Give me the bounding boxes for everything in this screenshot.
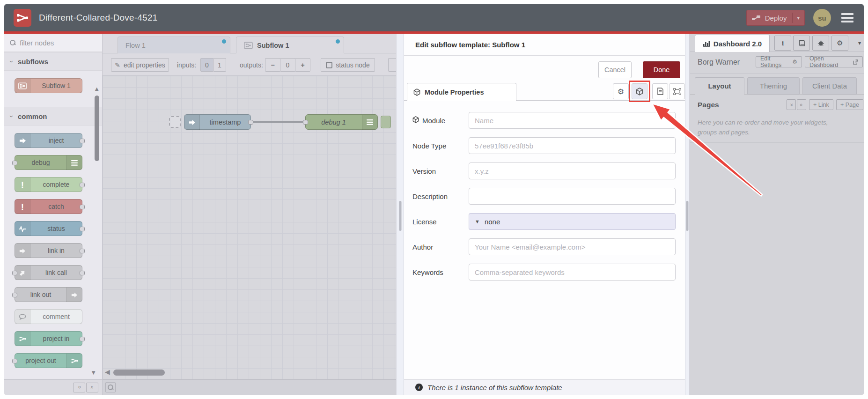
palette-node-debug[interactable]: debug [15,155,82,170]
palette-search[interactable]: filter nodes [4,34,102,52]
excl-icon: ! [15,200,30,214]
dashboard-header-row: Borg Warner Edit Settings ⚙ Open Dashboa… [690,52,864,74]
dialog-right-resize-handle[interactable] [685,34,690,395]
deploy-caret-icon[interactable]: ▾ [797,15,800,21]
palette-search-placeholder: filter nodes [20,39,54,47]
module-properties-form: ModuleNode TypeVersionDescriptionLicense… [404,101,685,281]
move-down-button[interactable]: « [797,99,806,110]
tab-theming[interactable]: Theming [747,77,800,95]
subflow-input-stub[interactable] [169,116,181,128]
form-row-module: Module [412,112,676,129]
palette-expand-all-button[interactable]: « [86,383,98,392]
palette-node-catch[interactable]: !catch [15,199,82,214]
dialog-left-resize-handle[interactable] [396,34,404,395]
checkbox-icon [326,62,332,68]
palette-node-inject[interactable]: inject [15,133,82,148]
move-up-button[interactable]: « [787,99,796,110]
linkarr-icon [15,244,30,258]
edit-settings-button[interactable]: Edit Settings ⚙ [756,56,802,67]
node-debug-1[interactable]: debug 1 [305,114,378,130]
outputs-plus-button[interactable]: + [295,58,310,72]
cancel-button[interactable]: Cancel [598,61,632,78]
tab-client-data[interactable]: Client Data [802,77,857,95]
tab-dashboard-2-label: Dashboard 2.0 [714,40,762,48]
pulse-icon [15,222,30,236]
palette-collapse-all-button[interactable]: « [73,383,85,392]
outputs-count[interactable]: 0 [280,58,295,72]
inputs-1-button[interactable]: 1 [213,58,226,72]
palette-scroll-area: ›subflowsSubflow 1›commoninjectdebug!com… [4,52,102,382]
tab-subflow-1[interactable]: Subflow 1 [236,37,344,53]
inject-icon [15,133,30,148]
module-input[interactable] [469,112,676,129]
palette-node-Subflow-1[interactable]: Subflow 1 [15,78,82,93]
form-row-license: License▼none [412,213,676,230]
sidebar-divider [690,142,864,143]
palette-node-project-out[interactable]: project out [15,353,82,368]
properties-gear-button[interactable]: ⚙ [613,83,629,99]
sidebar-caret-down-icon[interactable]: ▾ [858,40,861,46]
workspace-title: Different-Collared-Dove-4521 [39,13,157,23]
config-gear-tab-button[interactable]: ⚙ [831,36,848,51]
debug-tab-button[interactable] [812,36,829,51]
output-port[interactable] [248,120,253,125]
palette-node-status[interactable]: status [15,221,82,236]
tab-dashboard-2[interactable]: Dashboard 2.0 [695,35,770,52]
description-input[interactable] [469,188,676,205]
version-input[interactable] [469,163,676,179]
help-tab-button[interactable] [793,36,810,51]
debug-toggle-button[interactable] [381,116,391,128]
subflow-icon [244,42,253,49]
edit-properties-button[interactable]: ✎ edit properties [111,58,169,72]
main-menu-button[interactable] [839,11,855,24]
frame-icon [673,88,681,95]
palette-node-link-out[interactable]: link out [15,287,82,302]
open-dashboard-button[interactable]: Open Dashboard [805,56,863,67]
palette-category-subflows[interactable]: ›subflows [4,52,102,71]
palette-scroll-down-icon[interactable]: ▼ [90,369,96,376]
canvas-horizontal-scrollbar[interactable] [113,369,165,376]
appearance-frame-button[interactable] [669,83,685,99]
node-type-input[interactable] [469,137,676,154]
palette-category-common[interactable]: ›common [4,107,102,126]
palette-node-link-call[interactable]: link call [15,265,82,280]
canvas-search-button[interactable] [105,382,116,392]
outputs-minus-button[interactable]: − [265,58,280,72]
palette-node-link-in[interactable]: link in [15,243,82,258]
form-row-description: Description [412,188,676,205]
input-port [12,161,17,165]
tab-module-properties[interactable]: Module Properties [407,83,516,101]
tab-layout[interactable]: Layout [695,77,744,95]
palette-scroll-up-icon[interactable]: ▲ [94,85,100,92]
description-doc-button[interactable] [652,83,668,99]
user-avatar[interactable]: su [813,9,831,27]
palette-node-comment[interactable]: comment [15,309,82,324]
add-link-button[interactable]: + Link [809,99,833,110]
node-red-app: Different-Collared-Dove-4521 Deploy ▾ su… [4,4,864,395]
tab-flow-1[interactable]: Flow 1 [118,37,230,53]
excl-icon: ! [15,177,30,192]
palette-scrollbar[interactable] [95,96,99,161]
status-node-checkbox[interactable]: status node [321,58,375,72]
palette-node-complete[interactable]: !complete [15,177,82,192]
linkarr-icon [66,288,82,302]
keywords-input[interactable] [469,264,676,281]
license-select[interactable]: ▼none [469,213,676,230]
node-timestamp[interactable]: timestamp [184,114,251,130]
add-page-button[interactable]: + Page [836,99,863,110]
output-port [80,271,85,275]
palette-node-project-in[interactable]: project in [15,331,82,346]
inputs-0-button[interactable]: 0 [200,58,213,72]
deploy-button[interactable]: Deploy ▾ [746,10,805,26]
info-tab-button[interactable]: i [774,36,791,51]
author-input[interactable] [469,238,676,255]
output-port [80,139,85,143]
tab-subflow-1-changed-dot [336,39,340,44]
canvas-scroll-left-icon[interactable]: ◀ [105,368,110,376]
done-button[interactable]: Done [643,61,680,78]
form-row-version: Version [412,163,676,179]
right-sidebar: Dashboard 2.0 i ⚙ ▾ Borg Warner Edit Set… [690,34,864,395]
edit-subflow-dialog: Edit subflow template: Subflow 1 Cancel … [404,34,685,395]
header: Different-Collared-Dove-4521 Deploy ▾ su [4,4,864,31]
input-port [12,359,17,363]
